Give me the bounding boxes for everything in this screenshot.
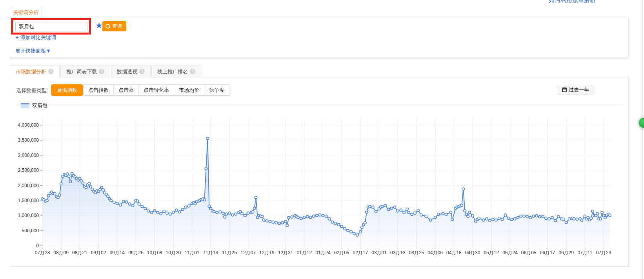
data-point-marker[interactable] [57,196,59,199]
data-point-marker[interactable] [554,219,557,222]
add-compare-keyword-link[interactable]: +添加对比关键词 [15,34,56,41]
data-point-marker[interactable] [147,210,149,212]
data-point-marker[interactable] [425,215,427,217]
tab-online-promo-ranking[interactable]: 线上推广排名 ? [151,66,201,77]
data-point-marker[interactable] [100,186,103,189]
data-point-marker[interactable] [54,193,56,195]
data-point-marker[interactable] [166,212,168,214]
data-point-marker[interactable] [247,212,249,214]
data-point-marker[interactable] [381,205,383,208]
data-point-marker[interactable] [601,211,603,213]
data-point-marker[interactable] [235,213,237,215]
data-point-marker[interactable] [225,213,227,215]
data-point-marker[interactable] [69,180,71,182]
data-point-marker[interactable] [408,211,410,213]
data-point-marker[interactable] [369,205,371,208]
data-point-marker[interactable] [334,222,337,224]
data-point-marker[interactable] [315,214,318,217]
data-point-marker[interactable] [411,213,413,215]
data-point-marker[interactable] [116,202,118,204]
data-point-marker[interactable] [312,215,315,217]
data-point-marker[interactable] [562,218,564,220]
data-point-marker[interactable] [591,210,594,212]
data-point-marker[interactable] [366,211,368,213]
data-point-marker[interactable] [219,211,221,213]
data-point-marker[interactable] [169,213,171,215]
data-point-marker[interactable] [136,200,138,202]
data-point-marker[interactable] [125,201,127,203]
data-type-option[interactable]: 展现指数 [51,84,83,96]
data-point-marker[interactable] [599,218,602,220]
data-point-marker[interactable] [156,211,159,213]
data-point-marker[interactable] [205,167,207,170]
data-point-marker[interactable] [269,220,271,222]
data-point-marker[interactable] [203,199,206,201]
data-point-marker[interactable] [110,199,112,202]
data-point-marker[interactable] [262,219,265,221]
data-point-marker[interactable] [208,205,210,207]
data-point-marker[interactable] [495,219,497,221]
favorite-star-icon[interactable]: ★ [95,20,103,31]
data-point-marker[interactable] [89,186,92,188]
data-point-marker[interactable] [542,215,544,217]
data-point-marker[interactable] [241,212,243,215]
data-point-marker[interactable] [303,216,306,219]
data-point-marker[interactable] [119,204,122,206]
data-point-marker[interactable] [185,206,187,208]
data-point-marker[interactable] [131,204,134,207]
data-point-marker[interactable] [78,177,81,180]
data-point-marker[interactable] [442,212,444,215]
data-point-marker[interactable] [462,188,464,190]
data-point-marker[interactable] [228,212,231,214]
data-point-marker[interactable] [548,218,550,220]
keyword-input[interactable] [15,22,87,31]
data-point-marker[interactable] [144,207,146,210]
data-point-marker[interactable] [361,226,363,228]
data-point-marker[interactable] [47,194,50,197]
data-point-marker[interactable] [328,218,330,220]
data-point-marker[interactable] [482,219,485,221]
data-point-marker[interactable] [58,194,61,196]
data-point-marker[interactable] [526,215,528,218]
data-point-marker[interactable] [604,216,606,219]
data-point-marker[interactable] [434,216,437,219]
data-point-marker[interactable] [437,213,440,215]
data-point-marker[interactable] [356,234,358,236]
data-point-marker[interactable] [557,215,560,218]
data-point-marker[interactable] [504,214,506,216]
data-point-marker[interactable] [492,218,494,221]
data-point-marker[interactable] [309,216,312,219]
data-point-marker[interactable] [573,218,575,220]
data-point-marker[interactable] [287,216,290,219]
data-point-marker[interactable] [498,217,500,219]
data-point-marker[interactable] [417,209,419,212]
data-point-marker[interactable] [353,232,355,235]
data-point-marker[interactable] [175,209,178,211]
data-point-marker[interactable] [286,224,288,226]
data-point-marker[interactable] [340,225,343,228]
data-type-option[interactable]: 点击转化率 [138,84,174,96]
data-point-marker[interactable] [281,222,284,224]
data-point-marker[interactable] [414,212,416,214]
data-point-marker[interactable] [297,216,299,219]
data-point-marker[interactable] [224,216,226,218]
data-point-marker[interactable] [397,210,399,212]
date-range-button[interactable]: 过去一年 [558,85,593,95]
data-point-marker[interactable] [138,203,140,205]
data-point-marker[interactable] [82,182,84,184]
data-point-marker[interactable] [535,215,538,217]
data-point-marker[interactable] [46,199,48,202]
data-point-marker[interactable] [291,216,293,218]
data-point-marker[interactable] [445,213,447,215]
data-point-marker[interactable] [364,222,366,224]
data-point-marker[interactable] [182,208,184,211]
data-point-marker[interactable] [384,204,386,207]
data-point-marker[interactable] [222,212,224,215]
data-point-marker[interactable] [403,211,405,213]
data-point-marker[interactable] [255,196,257,199]
data-point-marker[interactable] [538,215,541,218]
data-point-marker[interactable] [400,209,402,211]
help-icon[interactable]: ? [48,69,54,74]
data-point-marker[interactable] [429,219,432,221]
data-point-marker[interactable] [520,215,522,217]
